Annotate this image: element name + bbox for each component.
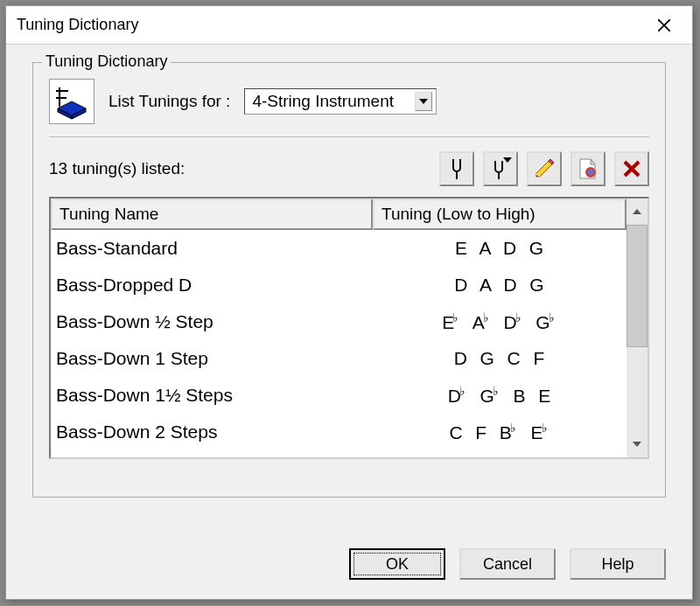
tuning-fork-arrow-icon: [489, 157, 512, 180]
dialog-body: Tuning Dictionary List Tunings for : 4-S…: [6, 45, 692, 498]
cell-name: Bass-Standard: [51, 238, 373, 259]
table-row[interactable]: Bass-Down ½ StepE♭ A♭ D♭ G♭: [51, 303, 626, 340]
list-tunings-label: List Tunings for :: [108, 92, 230, 111]
edit-tuning-button[interactable]: [527, 151, 562, 186]
svg-point-19: [588, 170, 593, 175]
toolbar: [439, 151, 649, 186]
tuning-dictionary-group: Tuning Dictionary List Tunings for : 4-S…: [32, 62, 666, 498]
new-doc-icon: [578, 157, 598, 180]
col-header-tuning[interactable]: Tuning (Low to High): [373, 199, 626, 230]
dialog-buttons: OK Cancel Help: [349, 548, 666, 580]
pencil-icon: [533, 157, 556, 180]
titlebar: Tuning Dictionary: [6, 6, 692, 45]
close-icon: [658, 19, 670, 31]
delete-icon: [622, 159, 641, 178]
table-row[interactable]: Bass-Down 2 StepsC F B♭ E♭: [51, 414, 626, 450]
toolbar-row: 13 tuning(s) listed:: [49, 151, 649, 186]
scroll-thumb[interactable]: [626, 225, 648, 347]
instrument-dropdown[interactable]: 4-String Instrument: [244, 88, 437, 115]
table-row[interactable]: Bass-StandardE A D G: [51, 230, 626, 267]
dictionary-icon: [49, 79, 94, 124]
table-row[interactable]: Bass-Down 1½ StepsD♭ G♭ B E: [51, 377, 626, 414]
groupbox-title: Tuning Dictionary: [42, 52, 171, 71]
ok-button[interactable]: OK: [349, 548, 445, 580]
tuning-fork-icon: [447, 157, 466, 180]
list-main: Tuning Name Tuning (Low to High) Bass-St…: [51, 199, 626, 457]
scroll-up-icon[interactable]: [626, 199, 648, 225]
scroll-track[interactable]: [626, 225, 648, 431]
svg-marker-12: [536, 161, 552, 177]
svg-marker-23: [633, 442, 641, 447]
tuning-list[interactable]: Tuning Name Tuning (Low to High) Bass-St…: [49, 197, 649, 459]
table-row[interactable]: Bass-Dropped DD A D G: [51, 267, 626, 303]
svg-marker-8: [419, 99, 428, 104]
svg-marker-17: [591, 159, 595, 164]
scroll-down-icon[interactable]: [626, 431, 648, 457]
tunings-count-label: 13 tuning(s) listed:: [49, 159, 185, 178]
cell-tuning: D G C F: [373, 348, 626, 369]
cancel-button[interactable]: Cancel: [459, 548, 556, 580]
cell-tuning: E A D G: [373, 238, 626, 259]
cell-tuning: C F B♭ E♭: [373, 421, 626, 443]
dropdown-value: 4-String Instrument: [252, 92, 394, 111]
svg-marker-11: [503, 157, 512, 163]
chevron-down-icon: [415, 92, 432, 111]
cell-name: Bass-Down 2 Steps: [51, 421, 373, 442]
list-rows: Bass-StandardE A D GBass-Dropped DD A D …: [51, 230, 626, 450]
help-button[interactable]: Help: [570, 548, 666, 580]
svg-marker-22: [633, 209, 641, 214]
apply-tuning-menu-button[interactable]: [483, 151, 518, 186]
table-row[interactable]: Bass-Down 1 StepD G C F: [51, 340, 626, 377]
window-title: Tuning Dictionary: [17, 16, 138, 34]
cell-tuning: D♭ G♭ B E: [373, 384, 626, 407]
col-header-name[interactable]: Tuning Name: [51, 199, 373, 230]
cell-tuning: D A D G: [373, 275, 626, 296]
list-header: Tuning Name Tuning (Low to High): [51, 199, 626, 230]
tuning-dictionary-dialog: Tuning Dictionary Tuning Dictionary: [5, 5, 693, 600]
cell-name: Bass-Dropped D: [51, 275, 373, 296]
apply-tuning-button[interactable]: [439, 151, 474, 186]
scrollbar[interactable]: [626, 199, 648, 457]
cell-name: Bass-Down 1½ Steps: [51, 385, 373, 406]
cell-name: Bass-Down 1 Step: [51, 348, 373, 369]
cell-tuning: E♭ A♭ D♭ G♭: [373, 310, 626, 333]
delete-tuning-button[interactable]: [614, 151, 649, 186]
filter-row: List Tunings for : 4-String Instrument: [49, 75, 649, 137]
cell-name: Bass-Down ½ Step: [51, 311, 373, 332]
close-button[interactable]: [647, 12, 682, 38]
new-tuning-button[interactable]: [570, 151, 606, 186]
